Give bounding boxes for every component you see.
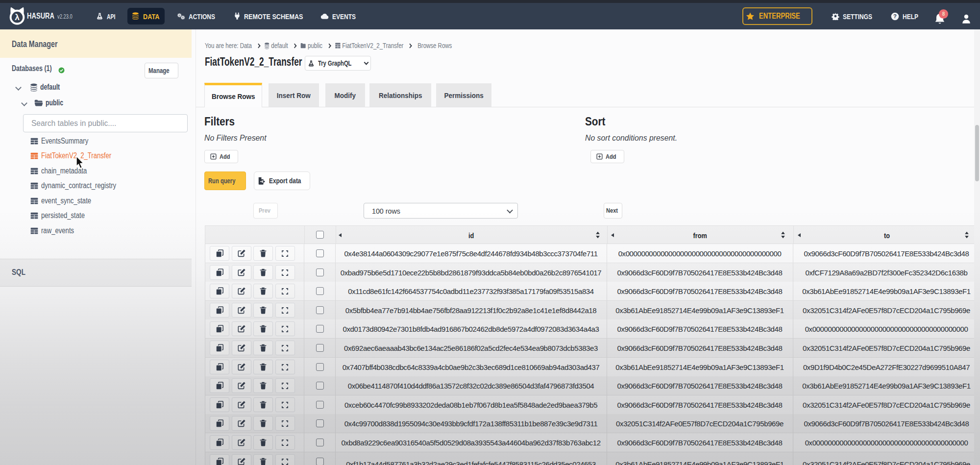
svg-text:?: ?: [893, 13, 897, 19]
svg-text:λ: λ: [15, 12, 20, 22]
